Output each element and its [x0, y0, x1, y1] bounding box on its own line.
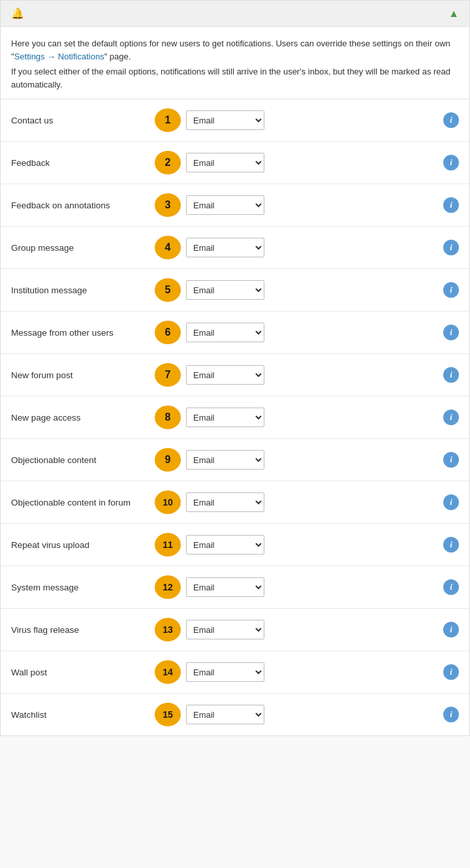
row-label: Virus flag release	[11, 625, 155, 635]
info-button[interactable]: i	[443, 112, 459, 128]
row-label: Institution message	[11, 285, 155, 295]
badge-circle: 9	[155, 448, 181, 472]
badge-circle: 2	[155, 151, 181, 174]
badge-circle: 11	[155, 533, 181, 556]
row-label: Contact us	[11, 116, 155, 125]
email-select[interactable]: EmailInboxBothNone	[186, 238, 264, 257]
rows-container: Contact us1EmailInboxBothNoneiFeedback2E…	[1, 99, 469, 735]
row-label: Repeat virus upload	[11, 540, 155, 550]
notification-row: Virus flag release13EmailInboxBothNonei	[1, 609, 469, 651]
row-label: Message from other users	[11, 328, 155, 338]
info-button[interactable]: i	[443, 707, 459, 722]
badge-circle: 5	[155, 278, 181, 302]
email-select[interactable]: EmailInboxBothNone	[186, 535, 264, 555]
badge-circle: 15	[155, 703, 181, 726]
notification-row: Watchlist15EmailInboxBothNonei	[1, 694, 469, 735]
badge-circle: 1	[155, 108, 181, 132]
row-label: Group message	[11, 243, 155, 253]
row-label: System message	[11, 583, 155, 592]
description-block: Here you can set the default options for…	[1, 27, 469, 99]
notification-row: Message from other users6EmailInboxBothN…	[1, 312, 469, 354]
email-select[interactable]: EmailInboxBothNone	[186, 323, 264, 342]
notification-row: Feedback on annotations3EmailInboxBothNo…	[1, 184, 469, 227]
row-label: Watchlist	[11, 710, 155, 720]
notification-row: Contact us1EmailInboxBothNonei	[1, 99, 469, 142]
row-label: New forum post	[11, 370, 155, 380]
notification-row: Institution message5EmailInboxBothNonei	[1, 269, 469, 312]
email-select[interactable]: EmailInboxBothNone	[186, 365, 264, 385]
notification-row: Objectionable content in forum10EmailInb…	[1, 481, 469, 524]
info-button[interactable]: i	[443, 622, 459, 637]
row-label: New page access	[11, 413, 155, 423]
email-select[interactable]: EmailInboxBothNone	[186, 280, 264, 300]
email-select[interactable]: EmailInboxBothNone	[186, 577, 264, 597]
badge-circle: 13	[155, 618, 181, 641]
email-select[interactable]: EmailInboxBothNone	[186, 153, 264, 172]
bell-icon: 🔔	[11, 7, 24, 20]
info-button[interactable]: i	[443, 197, 459, 213]
info-button[interactable]: i	[443, 579, 459, 595]
notification-row: Wall post14EmailInboxBothNonei	[1, 651, 469, 694]
description-line1: Here you can set the default options for…	[11, 37, 459, 63]
header-left: 🔔	[11, 7, 29, 20]
settings-link: Settings → Notifications	[14, 52, 104, 61]
notification-row: Group message4EmailInboxBothNonei	[1, 227, 469, 269]
badge-circle: 6	[155, 321, 181, 344]
info-button[interactable]: i	[443, 282, 459, 298]
notification-row: New forum post7EmailInboxBothNonei	[1, 354, 469, 396]
info-button[interactable]: i	[443, 494, 459, 510]
badge-circle: 3	[155, 193, 181, 217]
description-line2: If you select either of the email option…	[11, 65, 459, 91]
notification-row: Feedback2EmailInboxBothNonei	[1, 142, 469, 184]
row-label: Objectionable content in forum	[11, 498, 155, 507]
info-button[interactable]: i	[443, 240, 459, 255]
row-label: Feedback on annotations	[11, 201, 155, 210]
notification-row: Objectionable content9EmailInboxBothNone…	[1, 439, 469, 481]
email-select[interactable]: EmailInboxBothNone	[186, 110, 264, 130]
page-container: 🔔 ▲ Here you can set the default options…	[0, 0, 470, 736]
row-label: Wall post	[11, 667, 155, 677]
email-select[interactable]: EmailInboxBothNone	[186, 662, 264, 682]
info-button[interactable]: i	[443, 410, 459, 425]
info-button[interactable]: i	[443, 155, 459, 170]
badge-circle: 14	[155, 660, 181, 684]
email-select[interactable]: EmailInboxBothNone	[186, 492, 264, 512]
email-select[interactable]: EmailInboxBothNone	[186, 408, 264, 427]
email-select[interactable]: EmailInboxBothNone	[186, 450, 264, 470]
notification-row: System message12EmailInboxBothNonei	[1, 566, 469, 609]
info-button[interactable]: i	[443, 367, 459, 383]
email-select[interactable]: EmailInboxBothNone	[186, 705, 264, 724]
info-button[interactable]: i	[443, 664, 459, 680]
info-button[interactable]: i	[443, 452, 459, 468]
badge-circle: 4	[155, 236, 181, 259]
row-label: Feedback	[11, 158, 155, 168]
chevron-up-icon[interactable]: ▲	[448, 8, 459, 20]
email-select[interactable]: EmailInboxBothNone	[186, 195, 264, 215]
info-button[interactable]: i	[443, 325, 459, 340]
row-label: Objectionable content	[11, 455, 155, 465]
badge-circle: 12	[155, 575, 181, 599]
email-select[interactable]: EmailInboxBothNone	[186, 620, 264, 639]
notification-row: New page access8EmailInboxBothNonei	[1, 396, 469, 439]
notification-row: Repeat virus upload11EmailInboxBothNonei	[1, 524, 469, 566]
info-button[interactable]: i	[443, 537, 459, 553]
page-header: 🔔 ▲	[1, 1, 469, 27]
badge-circle: 8	[155, 406, 181, 429]
badge-circle: 7	[155, 363, 181, 387]
badge-circle: 10	[155, 490, 181, 514]
